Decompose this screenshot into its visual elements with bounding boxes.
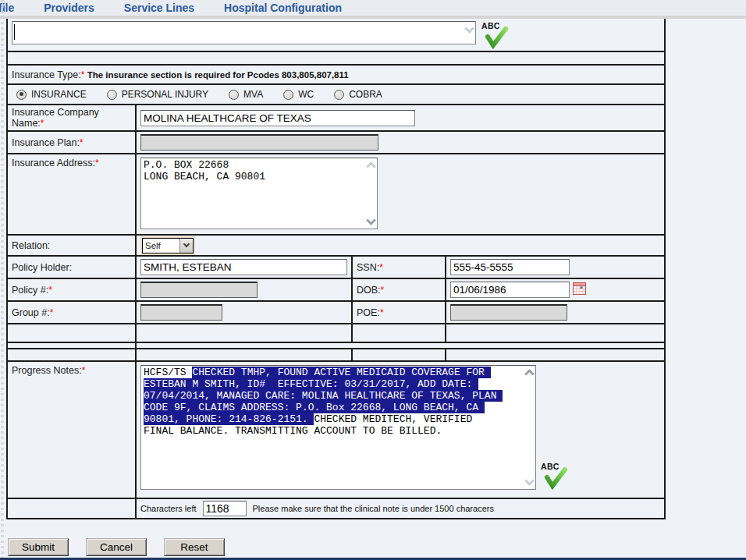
radio-button-icon[interactable] xyxy=(283,90,293,100)
chars-left-input[interactable]: 1168 xyxy=(203,501,247,516)
empty-cell xyxy=(136,349,352,361)
separator-cell xyxy=(136,342,665,349)
relation-label: Relation: xyxy=(12,240,50,251)
relation-label-cell: Relation: xyxy=(7,235,136,256)
company-name-field-cell: MOLINA HEALTHCARE OF TEXAS xyxy=(136,105,665,131)
spellcheck-abc-icon[interactable]: ABC xyxy=(540,462,568,490)
required-asterisk: * xyxy=(81,69,85,80)
page-left-gutter xyxy=(1,0,4,560)
plan-label-cell: Insurance Plan:* xyxy=(7,131,136,154)
company-name-input[interactable]: MOLINA HEALTHCARE OF TEXAS xyxy=(140,110,415,126)
insurance-form-table: ABC Insurance Type:* The insurance secti… xyxy=(6,19,666,519)
company-name-label: Insurance Company Name: xyxy=(12,107,99,129)
empty-cell xyxy=(352,349,446,361)
nav-item-hospital-configuration[interactable]: Hospital Configuration xyxy=(224,2,342,14)
radio-button-icon[interactable] xyxy=(229,90,239,100)
dob-input[interactable]: 01/06/1986 xyxy=(450,282,570,298)
radio-button-icon[interactable] xyxy=(16,90,27,100)
radio-button-icon[interactable] xyxy=(107,90,117,100)
scroll-down-icon[interactable] xyxy=(524,476,535,486)
empty-cell xyxy=(7,498,136,519)
notes-prefix: HCFS/TS xyxy=(144,367,192,378)
required-asterisk: * xyxy=(82,365,86,376)
green-checkmark-icon xyxy=(483,24,508,49)
company-name-label-cell: Insurance Company Name:* xyxy=(7,105,136,131)
required-asterisk: * xyxy=(50,307,54,318)
nav-item-providers[interactable]: Providers xyxy=(44,2,94,14)
scroll-down-icon[interactable] xyxy=(366,215,376,225)
ssn-input[interactable]: 555-45-5555 xyxy=(450,259,570,275)
nav-item-service-lines[interactable]: Service Lines xyxy=(124,2,194,14)
dob-field-cell: 01/06/1986 xyxy=(446,278,665,301)
plan-field-cell xyxy=(136,131,665,154)
progress-notes-label: Progress Notes: xyxy=(12,365,82,376)
scroll-up-icon[interactable] xyxy=(366,161,376,172)
empty-cell xyxy=(7,349,136,361)
chevron-down-icon xyxy=(183,241,190,247)
group-number-field-cell xyxy=(136,301,352,324)
address-field-cell: P.O. BOX 22668 LONG BEACH, CA 90801 xyxy=(136,154,665,235)
policy-number-input-disabled xyxy=(140,282,258,298)
poe-field-cell xyxy=(446,301,665,324)
poe-label-cell: POE:* xyxy=(352,301,446,324)
calendar-icon[interactable] xyxy=(573,282,586,297)
policy-number-field-cell xyxy=(136,278,352,301)
policy-holder-input[interactable]: SMITH, ESTEBAN xyxy=(140,259,347,275)
insurance-type-header-cell: Insurance Type:* The insurance section i… xyxy=(7,65,665,84)
progress-notes-field-cell: HCFS/TS CHECKED TMHP, FOUND ACTIVE MEDIC… xyxy=(136,361,665,498)
dob-label-cell: DOB:* xyxy=(352,278,446,301)
spellcheck-abc-icon[interactable]: ABC xyxy=(481,21,509,49)
required-asterisk: * xyxy=(41,118,44,129)
empty-cell xyxy=(7,324,136,342)
group-number-label-cell: Group #:* xyxy=(7,301,136,324)
empty-cell xyxy=(136,324,352,342)
top-field-cell: ABC xyxy=(7,19,665,51)
radio-button-icon[interactable] xyxy=(334,90,344,100)
separator-cell xyxy=(7,342,136,349)
required-asterisk: * xyxy=(48,285,52,296)
chars-left-message: Please make sure that the clinical note … xyxy=(253,504,494,513)
plan-label: Insurance Plan: xyxy=(12,137,80,148)
group-number-input-disabled xyxy=(140,304,222,321)
required-asterisk: * xyxy=(380,307,384,318)
spacer-row xyxy=(7,51,665,65)
form-actions: Submit Cancel Reset xyxy=(8,538,746,556)
progress-notes-textarea[interactable]: HCFS/TS CHECKED TMHP, FOUND ACTIVE MEDIC… xyxy=(140,365,536,490)
dropdown-button[interactable] xyxy=(179,239,193,253)
cancel-button[interactable]: Cancel xyxy=(86,538,147,556)
relation-select[interactable]: Self xyxy=(142,238,194,253)
dob-label: DOB: xyxy=(357,285,381,296)
address-textarea[interactable]: P.O. BOX 22668 LONG BEACH, CA 90801 xyxy=(140,158,378,229)
policy-holder-label: Policy Holder: xyxy=(12,262,72,273)
policy-holder-label-cell: Policy Holder: xyxy=(7,256,136,278)
radio-personal-injury[interactable]: PERSONAL INJURY xyxy=(107,89,208,100)
empty-cell xyxy=(352,324,446,342)
radio-mva[interactable]: MVA xyxy=(229,89,263,100)
group-number-label: Group #: xyxy=(12,307,50,318)
reset-button[interactable]: Reset xyxy=(164,538,225,556)
required-asterisk: * xyxy=(379,262,383,273)
required-asterisk: * xyxy=(381,285,385,296)
insurance-type-note: The insurance section is required for Pc… xyxy=(87,70,349,80)
address-label: Insurance Address: xyxy=(12,158,95,168)
radio-insurance[interactable]: INSURANCE xyxy=(16,89,87,100)
submit-button[interactable]: Submit xyxy=(8,538,69,556)
ssn-field-cell: 555-45-5555 xyxy=(446,256,665,278)
poe-label: POE: xyxy=(357,307,380,318)
radio-cobra[interactable]: COBRA xyxy=(334,89,382,100)
green-checkmark-icon xyxy=(542,465,567,490)
plan-input-disabled xyxy=(140,134,378,151)
chars-left-label: Characters left xyxy=(140,504,197,513)
top-navigation: file Providers Service Lines Hospital Co… xyxy=(0,0,746,19)
poe-input-disabled xyxy=(450,304,567,321)
scroll-up-icon[interactable] xyxy=(524,369,535,379)
radio-wc[interactable]: WC xyxy=(283,89,314,100)
top-text-input[interactable] xyxy=(12,21,476,44)
required-asterisk: * xyxy=(95,158,99,168)
policy-number-label-cell: Policy #:* xyxy=(7,278,136,301)
insurance-type-options-cell: INSURANCE PERSONAL INJURY MVA WC COBRA xyxy=(7,84,665,105)
empty-cell xyxy=(446,324,665,342)
chars-left-cell: Characters left 1168 Please make sure th… xyxy=(136,498,665,519)
scroll-down-icon[interactable] xyxy=(464,23,474,34)
address-label-cell: Insurance Address:* xyxy=(7,154,136,235)
